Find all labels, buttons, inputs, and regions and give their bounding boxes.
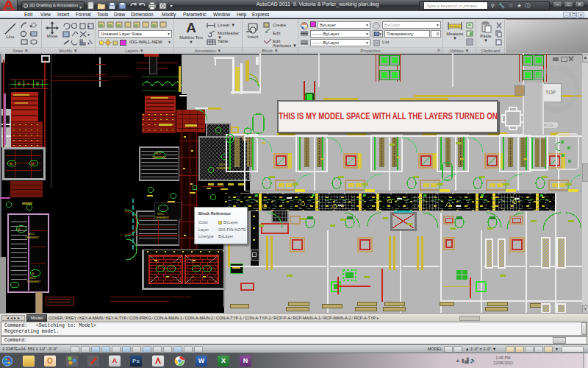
svg-text:TENEMENT: TENEMENT <box>25 236 40 239</box>
svg-text:M: M <box>18 227 20 231</box>
svg-text:M: M <box>32 162 34 166</box>
svg-text:▼: ▼ <box>87 32 90 37</box>
svg-text:▼: ▼ <box>29 24 33 29</box>
svg-text:E: E <box>574 90 578 96</box>
svg-text:TENEMENT: TENEMENT <box>152 156 167 159</box>
svg-text:M: M <box>10 162 12 166</box>
svg-text:TENEMENT: TENEMENT <box>26 280 41 283</box>
svg-text:TENEMENT: TENEMENT <box>155 216 170 219</box>
svg-text:WCS: WCS <box>542 123 553 127</box>
svg-text:▼: ▼ <box>87 41 90 46</box>
svg-text:WILD: WILD <box>154 152 161 155</box>
svg-text:TOP: TOP <box>545 90 556 95</box>
svg-text:WILD: WILD <box>28 233 35 236</box>
svg-text:▼: ▼ <box>87 24 90 29</box>
svg-text:WILD: WILD <box>219 163 226 166</box>
svg-text:M: M <box>32 272 34 275</box>
svg-text:WILD: WILD <box>157 213 164 216</box>
svg-text:TENEMENT: TENEMENT <box>216 167 231 170</box>
svg-text:N: N <box>553 65 558 71</box>
svg-text:WILD: WILD <box>29 277 36 280</box>
